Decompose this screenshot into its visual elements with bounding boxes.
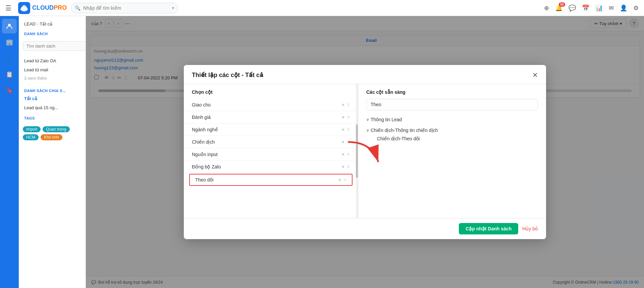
tree-item-chien-dich-theo-doi[interactable]: Chiến dịch-Theo dõi — [366, 134, 538, 143]
cap-nhat-button[interactable]: Cập nhật Danh sách — [459, 223, 518, 234]
tag-kho-tinh[interactable]: Khó tính — [41, 134, 62, 140]
drag-nguon-input-handle[interactable]: = — [347, 152, 350, 157]
drag-dong-bo-zalo-handle[interactable]: = — [347, 164, 350, 169]
col-item-actions-danh-gia: × = — [342, 115, 350, 120]
content-area: của ? ‹ › ··· ✏ Tùy chỉnh ▾ ? — [86, 16, 644, 288]
sidebar-item-contacts[interactable]: 👤 — [2, 51, 17, 66]
modal-title: Thiết lập các cột - Tất cả — [192, 71, 263, 79]
sidebar-item-lead-mail[interactable]: Lead từ mail — [19, 65, 86, 74]
col-item-label-danh-gia: Đánh giá — [192, 115, 211, 120]
col-left-scrollbar[interactable] — [356, 84, 358, 218]
col-item-label-theo-doi: Theo dõi — [195, 177, 213, 183]
tree-group-label-thong-tin-lead: Thông tin Lead — [371, 117, 402, 122]
col-item-dong-bo-zalo: Đồng bộ Zalo × = — [184, 161, 358, 173]
col-item-label-giao-cho: Giao cho — [192, 102, 211, 107]
sidebar-icons: 🏢 👤 📋 🔖 — [0, 16, 19, 288]
svg-point-2 — [22, 5, 26, 7]
huy-bo-button[interactable]: Hủy bỏ — [522, 226, 538, 231]
col-item-theo-doi: Theo dõi × = — [189, 174, 353, 186]
modal-footer: Cập nhật Danh sách Hủy bỏ — [184, 218, 546, 239]
col-item-actions-nguon-input: × = — [342, 152, 350, 157]
modal-overlay: Thiết lập các cột - Tất cả ✕ Chọn cột Gi… — [86, 16, 644, 288]
col-item-giao-cho: Giao cho × = — [184, 99, 358, 111]
shared-item-all[interactable]: Tất cả — [19, 94, 86, 103]
drag-theo-doi-handle[interactable]: = — [344, 177, 346, 183]
see-more-link[interactable]: 3 xem thêm — [19, 74, 86, 82]
remove-dong-bo-zalo-button[interactable]: × — [342, 164, 344, 169]
drag-nganh-nghe-handle[interactable]: = — [347, 127, 350, 132]
drag-danh-gia-handle[interactable]: = — [347, 115, 350, 120]
remove-danh-gia-button[interactable]: × — [342, 115, 344, 120]
chart-icon[interactable]: 📊 — [595, 4, 603, 12]
danh-sach-chia-se-label: DANH SÁCH CHIA S... — [19, 85, 86, 94]
modal-close-button[interactable]: ✕ — [532, 71, 538, 79]
logo-icon — [18, 2, 30, 14]
navbar-icons: ⊕ 🔔 50 💬 📅 📊 ✉ 👤 ⚙ — [544, 4, 639, 12]
chevron-chien-dich: ∨ — [366, 128, 369, 133]
cac-cot-panel: Các cột sẵn sàng ∨ Thông tin Lead ∨ — [358, 84, 546, 218]
chevron-down-icon: ▾ — [172, 6, 174, 10]
tree-section-thong-tin-lead: ∨ Thông tin Lead — [366, 116, 538, 124]
tag-quan-trong[interactable]: Quan trọng — [43, 126, 69, 132]
col-item-nguon-input: Nguồn input × = — [184, 148, 358, 161]
remove-nganh-nghe-button[interactable]: × — [342, 127, 344, 132]
modal-body: Chọn cột Giao cho × = Đánh giá — [184, 84, 546, 218]
sidebar-item-building[interactable]: 🏢 — [2, 35, 17, 50]
col-item-chien-dich: Chiến dịch × = — [184, 136, 358, 148]
breadcrumb: LEAD › Tất cả — [19, 20, 86, 29]
tag-import[interactable]: import — [23, 126, 41, 132]
drag-giao-cho-handle[interactable]: = — [347, 102, 350, 107]
settings-icon[interactable]: ⚙ — [633, 4, 639, 12]
sidebar-item-lead-zalo[interactable]: Lead từ Zalo OA — [19, 56, 86, 65]
logo: CLOUDPRO — [18, 2, 67, 14]
breadcrumb-current: Tất cả — [40, 21, 52, 26]
col-left-scrollthumb[interactable] — [356, 124, 358, 178]
user-icon[interactable]: 👤 — [620, 4, 627, 12]
remove-theo-doi-button[interactable]: × — [338, 177, 341, 183]
breadcrumb-separator: › — [37, 21, 38, 26]
search-bar[interactable]: 🔍 ▾ — [71, 3, 178, 13]
calendar-icon[interactable]: 📅 — [582, 4, 589, 12]
col-item-actions-theo-doi: × = — [338, 177, 346, 183]
mail-icon[interactable]: ✉ — [609, 4, 614, 12]
chat-icon[interactable]: 💬 — [569, 4, 576, 12]
tree-group-chien-dich[interactable]: ∨ Chiến dịch-Thông tin chiến dịch — [366, 126, 538, 134]
drag-chien-dich-handle[interactable]: = — [347, 139, 350, 145]
search-input[interactable] — [71, 3, 178, 13]
col-item-label-dong-bo-zalo: Đồng bộ Zalo — [192, 164, 221, 169]
notification-icon[interactable]: 🔔 50 — [555, 4, 562, 12]
chon-cot-panel: Chọn cột Giao cho × = Đánh giá — [184, 84, 358, 218]
col-item-actions-giao-cho: × = — [342, 102, 350, 107]
remove-giao-cho-button[interactable]: × — [342, 102, 344, 107]
main-layout: 🏢 👤 📋 🔖 LEAD › Tất cả DANH SÁCH Lead từ … — [0, 16, 644, 288]
remove-chien-dich-button[interactable]: × — [342, 139, 344, 145]
shared-item-lead-qua[interactable]: Lead quá 15 ng... — [19, 103, 86, 112]
cac-cot-search-input[interactable] — [366, 99, 538, 110]
search-icon: 🔍 — [75, 5, 80, 11]
logo-text: CLOUDPRO — [32, 4, 67, 11]
tree-section-chien-dich: ∨ Chiến dịch-Thông tin chiến dịch Chiến … — [366, 126, 538, 143]
modal-header: Thiết lập các cột - Tất cả ✕ — [184, 65, 546, 84]
sidebar-item-leads[interactable] — [2, 19, 17, 33]
col-item-actions-nganh-nghe: × = — [342, 127, 350, 132]
tree-group-label-chien-dich: Chiến dịch-Thông tin chiến dịch — [371, 128, 438, 133]
navbar: ☰ CLOUDPRO 🔍 ▾ ⊕ 🔔 50 💬 📅 📊 ✉ 👤 ⚙ — [0, 0, 644, 16]
col-item-label-nguon-input: Nguồn input — [192, 152, 218, 157]
tags-label: TAGS — [19, 112, 86, 122]
sidebar-item-tags[interactable]: 🔖 — [2, 83, 17, 98]
col-item-danh-gia: Đánh giá × = — [184, 111, 358, 124]
add-icon[interactable]: ⊕ — [544, 4, 549, 12]
cac-cot-title: Các cột sẵn sàng — [366, 89, 538, 95]
remove-nguon-input-button[interactable]: × — [342, 152, 344, 157]
tree-group-thong-tin-lead[interactable]: ∨ Thông tin Lead — [366, 116, 538, 124]
tag-hcm[interactable]: HCM — [23, 134, 39, 140]
tags-section: import Quan trọng HCM Khó tính — [19, 122, 86, 143]
col-item-actions-dong-bo-zalo: × = — [342, 164, 350, 169]
left-panel: LEAD › Tất cả DANH SÁCH Lead từ Zalo OA … — [19, 16, 86, 288]
chevron-thong-tin-lead: ∨ — [366, 117, 369, 122]
search-list-input[interactable] — [23, 41, 86, 51]
col-item-actions-chien-dich: × = — [342, 139, 350, 145]
tags-wrap: import Quan trọng HCM Khó tính — [23, 126, 82, 140]
hamburger-icon[interactable]: ☰ — [5, 4, 11, 12]
sidebar-item-deals[interactable]: 📋 — [2, 67, 17, 82]
